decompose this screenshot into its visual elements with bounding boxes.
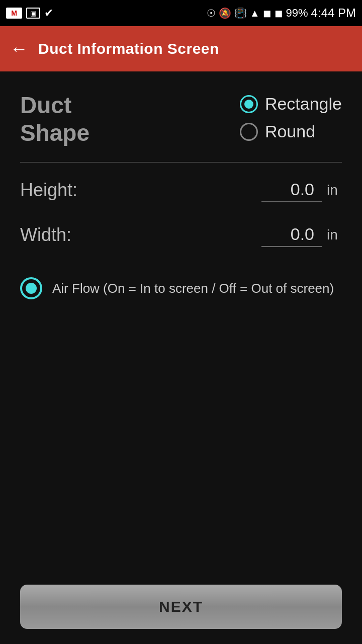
width-unit: in xyxy=(327,227,342,243)
status-bar: M ▣ ✔ ☉ 🔕 📳 ▲ ◼ ◼ 99% 4:44 PM xyxy=(0,0,362,26)
airflow-label: Air Flow (On = In to screen / Off = Out … xyxy=(52,279,334,297)
height-field-row: Height: in xyxy=(20,178,342,202)
status-icons-right: ☉ 🔕 📳 ▲ ◼ ◼ 99% 4:44 PM xyxy=(207,6,356,20)
status-time: 4:44 PM xyxy=(311,6,356,20)
airflow-section: Air Flow (On = In to screen / Off = Out … xyxy=(20,277,342,299)
back-button[interactable]: ← xyxy=(10,40,28,58)
check-icon: ✔ xyxy=(44,7,53,20)
mute-icon: 🔕 xyxy=(219,7,231,19)
radio-label-round: Round xyxy=(265,122,315,141)
duct-shape-label: DuctShape xyxy=(20,92,89,147)
network-icon: ◼ xyxy=(263,7,272,19)
wifi-icon: ▲ xyxy=(250,8,260,19)
airflow-toggle-inner xyxy=(26,283,37,294)
vibrate-icon: 📳 xyxy=(234,7,247,19)
status-icons-left: M ▣ ✔ xyxy=(6,7,53,20)
width-field-row: Width: in xyxy=(20,222,342,247)
height-input[interactable] xyxy=(261,178,322,202)
spacer xyxy=(20,299,342,575)
next-button[interactable]: NEXT xyxy=(20,585,342,629)
width-label: Width: xyxy=(20,224,71,246)
gmail-icon: M xyxy=(6,8,22,19)
next-button-container: NEXT xyxy=(20,575,342,644)
radio-circle-round[interactable] xyxy=(240,123,258,141)
app-bar-title: Duct Information Screen xyxy=(38,40,219,57)
signal-icon: ☉ xyxy=(207,7,216,19)
radio-circle-rectangle[interactable] xyxy=(240,95,258,113)
main-content: DuctShape Rectangle Round Height: in Wid… xyxy=(0,71,362,644)
battery-status: 99% xyxy=(286,7,308,20)
duct-shape-section: DuctShape Rectangle Round xyxy=(20,87,342,157)
network-icon2: ◼ xyxy=(275,7,283,19)
height-field-right: in xyxy=(261,178,342,202)
width-input[interactable] xyxy=(261,222,322,247)
app-bar: ← Duct Information Screen xyxy=(0,26,362,71)
divider xyxy=(20,162,342,163)
width-field-right: in xyxy=(261,222,342,247)
radio-label-rectangle: Rectangle xyxy=(265,94,342,114)
height-unit: in xyxy=(327,182,342,198)
radio-option-round[interactable]: Round xyxy=(240,122,342,141)
photos-icon: ▣ xyxy=(26,8,40,19)
duct-shape-radio-group: Rectangle Round xyxy=(240,92,342,141)
height-label: Height: xyxy=(20,180,77,201)
airflow-toggle[interactable] xyxy=(20,277,42,299)
radio-option-rectangle[interactable]: Rectangle xyxy=(240,94,342,114)
